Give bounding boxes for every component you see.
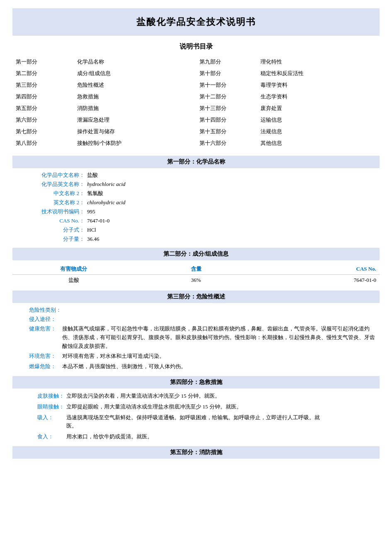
toc-name2: 法规信息 [257, 126, 380, 137]
toc-num2: 第十二部分 [196, 91, 258, 103]
part4-skin-label: 皮肤接触： [37, 392, 66, 400]
toc-num2: 第十部分 [196, 68, 258, 79]
toc-num2: 第十一部分 [196, 79, 258, 91]
part4-eye-row: 眼睛接触： 立即提起眼睑，用大量流动清水或生理盐水彻底冲洗至少 15 分钟。就医… [12, 403, 380, 411]
toc-num: 第六部分 [12, 114, 74, 126]
part1-field-row: 分子式：HCl [12, 226, 380, 234]
toc-name: 操作处置与储存 [74, 126, 196, 137]
part2-row: 盐酸 36% 7647-01-0 [12, 275, 380, 286]
part4-inhale-row: 吸入： 迅速脱离现场至空气新鲜处。保持呼吸道通畅。如呼吸困难，给输氧。如呼吸停止… [12, 413, 380, 431]
toc-num: 第一部分 [12, 56, 74, 68]
part3-env-value: 对环境有危害，对水体和土壤可造成污染。 [62, 352, 380, 361]
toc-num: 第五部分 [12, 103, 74, 114]
toc-row: 第七部分 操作处置与储存 第十五部分 法规信息 [12, 126, 380, 137]
part3-danger-class-label: 危险性类别： [29, 306, 62, 314]
part3-fire-label: 燃爆危险： [29, 363, 62, 370]
part1-field-row: 英文名称 2：chlorohydric acid [12, 199, 380, 206]
toc-row: 第六部分 泄漏应急处理 第十四部分 运输信息 [12, 114, 380, 126]
toc-name2: 其他信息 [257, 137, 380, 149]
toc-row: 第八部分 接触控制/个体防护 第十六部分 其他信息 [12, 137, 380, 149]
part1-field-label: CAS No.： [37, 217, 87, 225]
toc-num2: 第九部分 [196, 56, 258, 68]
toc-name: 接触控制/个体防护 [74, 137, 196, 149]
part3-health-row: 健康危害： 接触其蒸气或烟雾，可引起急性中毒，出现眼结膜炎，鼻及口腔粘膜有烧灼感… [12, 325, 380, 350]
part3-health-value: 接触其蒸气或烟雾，可引起急性中毒，出现眼结膜炎，鼻及口腔粘膜有烧灼感，鼻衄、齿龈… [62, 325, 380, 350]
toc-name2: 运输信息 [257, 114, 380, 126]
toc-num2: 第十四部分 [196, 114, 258, 126]
part2-col3: CAS No. [257, 264, 380, 275]
part4-inhale-label: 吸入： [37, 414, 66, 421]
part1-field-label: 化学品英文名称： [37, 181, 87, 188]
toc-num: 第八部分 [12, 137, 74, 149]
part3-health-label: 健康危害： [29, 325, 62, 333]
part3-fire-row: 燃爆危险： 本品不燃，具强腐蚀性、强刺激性，可致人体灼伤。 [12, 362, 380, 371]
part3-header: 第三部分：危险性概述 [12, 291, 380, 303]
part2-table: 有害物成分 含量 CAS No. 盐酸 36% 7647-01-0 [12, 264, 380, 286]
toc-name: 泄漏应急处理 [74, 114, 196, 126]
title-banner: 盐酸化学品安全技术说明书 [12, 8, 380, 36]
part5-header: 第五部分：消防措施 [12, 446, 380, 459]
part3-danger-class-row: 危险性类别： [12, 306, 380, 314]
part1-field-label: 技术说明书编码： [37, 208, 87, 215]
toc-name: 危险性概述 [74, 79, 196, 91]
part4-eat-value: 用水漱口，给饮牛奶或蛋清。就医。 [66, 433, 380, 441]
part4-eye-value: 立即提起眼睑，用大量流动清水或生理盐水彻底冲洗至少 15 分钟。就医。 [66, 403, 380, 411]
part4-inhale-value1: 迅速脱离现场至空气新鲜处。保持呼吸道通畅。如呼吸困难，给输氧。如呼吸停止，立即进… [66, 413, 380, 431]
part1-field-label: 分子式： [37, 226, 87, 234]
toc-row: 第四部分 急救措施 第十二部分 生态学资料 [12, 91, 380, 103]
toc-num: 第七部分 [12, 126, 74, 137]
part1-field-value: hydrochloric acid [87, 181, 125, 188]
toc-num: 第四部分 [12, 91, 74, 103]
part3-invade-label: 侵入途径： [29, 315, 62, 323]
toc-table: 第一部分 化学品名称 第九部分 理化特性 第二部分 成分/组成信息 第十部分 稳… [12, 56, 380, 149]
toc-name2: 生态学资料 [257, 91, 380, 103]
toc-row: 第一部分 化学品名称 第九部分 理化特性 [12, 56, 380, 68]
part4-eye-label: 眼睛接触： [37, 403, 66, 411]
toc-row: 第五部分 消防措施 第十三部分 废弃处置 [12, 103, 380, 114]
part3-env-row: 环境危害： 对环境有危害，对水体和土壤可造成污染。 [12, 352, 380, 361]
part4-eat-row: 食入： 用水漱口，给饮牛奶或蛋清。就医。 [12, 433, 380, 441]
toc-row: 第三部分 危险性概述 第十一部分 毒理学资料 [12, 79, 380, 91]
part2-substance-name: 盐酸 [12, 275, 135, 286]
part1-field-row: CAS No.：7647-01-0 [12, 217, 380, 225]
part1-field-value: HCl [87, 227, 96, 233]
part1-field-row: 中文名称 2：氢氯酸 [12, 190, 380, 197]
toc-name: 成分/组成信息 [74, 68, 196, 79]
toc-name2: 毒理学资料 [257, 79, 380, 91]
part1-field-row: 化学品中文名称：盐酸 [12, 171, 380, 179]
part1-field-label: 分子量： [37, 235, 87, 243]
toc-num2: 第十三部分 [196, 103, 258, 114]
toc-name: 化学品名称 [74, 56, 196, 68]
part2-cas: 7647-01-0 [257, 275, 380, 286]
toc-title: 说明书目录 [12, 42, 380, 51]
part1-header: 第一部分：化学品名称 [12, 156, 380, 168]
part3-invade-row: 侵入途径： [12, 315, 380, 323]
part1-field-label: 中文名称 2： [37, 190, 87, 197]
toc-name2: 稳定性和反应活性 [257, 68, 380, 79]
part1-field-label: 英文名称 2： [37, 199, 87, 206]
part4-header: 第四部分：急救措施 [12, 376, 380, 389]
toc-name2: 理化特性 [257, 56, 380, 68]
part1-field-row: 技术说明书编码：995 [12, 208, 380, 215]
toc-num2: 第十六部分 [196, 137, 258, 149]
part4-skin-value: 立即脱去污染的衣着，用大量流动清水冲洗至少 15 分钟。就医。 [66, 392, 380, 401]
page-title: 盐酸化学品安全技术说明书 [17, 16, 375, 28]
part4-eat-label: 食入： [37, 433, 66, 440]
page-container: 盐酸化学品安全技术说明书 说明书目录 第一部分 化学品名称 第九部分 理化特性 … [0, 0, 392, 470]
part2-content: 36% [135, 275, 257, 286]
part1-field-row: 化学品英文名称：hydrochloric acid [12, 181, 380, 188]
part3-fire-value: 本品不燃，具强腐蚀性、强刺激性，可致人体灼伤。 [62, 362, 380, 371]
part1-field-value: 995 [87, 208, 95, 215]
part1-field-row: 分子量：36.46 [12, 235, 380, 243]
toc-num: 第三部分 [12, 79, 74, 91]
toc-name: 消防措施 [74, 103, 196, 114]
part4-skin-row: 皮肤接触： 立即脱去污染的衣着，用大量流动清水冲洗至少 15 分钟。就医。 [12, 392, 380, 401]
part3-env-label: 环境危害： [29, 352, 62, 360]
toc-name: 急救措施 [74, 91, 196, 103]
part1-field-value: 氢氯酸 [87, 190, 103, 197]
toc-num: 第二部分 [12, 68, 74, 79]
toc-num2: 第十五部分 [196, 126, 258, 137]
part1-field-value: 盐酸 [87, 171, 98, 179]
toc-name2: 废弃处置 [257, 103, 380, 114]
part2-col1: 有害物成分 [12, 264, 135, 275]
